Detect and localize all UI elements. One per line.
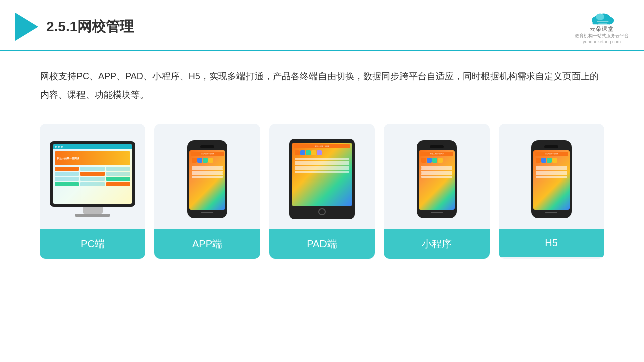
tablet-row bbox=[295, 171, 349, 173]
screen-header-text-mini: 职达人的第一堂网课 bbox=[430, 153, 444, 155]
screen-row-h5 bbox=[536, 173, 567, 175]
screen-icon bbox=[197, 158, 202, 163]
phone-notch bbox=[200, 145, 214, 148]
monitor-banner: 职达人的第一堂网课 bbox=[55, 151, 130, 165]
screen-icon-mini bbox=[427, 158, 432, 163]
card-pc-label: PC端 bbox=[40, 229, 145, 259]
monitor-stand bbox=[83, 207, 103, 214]
screen-row-mini bbox=[421, 176, 452, 178]
monitor-cell bbox=[80, 177, 105, 181]
screen-icon bbox=[208, 158, 213, 163]
screen-icon-h5 bbox=[552, 158, 557, 163]
screen-content-mini: 职达人的第一堂网课 bbox=[419, 150, 455, 210]
tablet-screen-content: 职达人的第一堂网课 bbox=[292, 143, 352, 206]
card-mini-label: 小程序 bbox=[384, 229, 490, 259]
monitor-screen: 职达人的第一堂网课 bbox=[53, 144, 132, 204]
monitor-dot bbox=[58, 146, 60, 148]
screen-icon-h5 bbox=[541, 158, 546, 163]
screen-icon bbox=[203, 158, 208, 163]
card-mini-image: 职达人的第一堂网课 bbox=[384, 124, 490, 229]
screen-header-h5: 职达人的第一堂网课 bbox=[535, 152, 568, 156]
screen-icon-h5 bbox=[547, 158, 552, 163]
tablet-icon bbox=[300, 150, 305, 155]
card-mini: 职达人的第一堂网课 bbox=[384, 124, 490, 259]
monitor-cols bbox=[55, 167, 130, 202]
phone-home-bar bbox=[201, 212, 213, 213]
screen-icon bbox=[192, 158, 197, 163]
phone-screen-h5: 职达人的第一堂网课 bbox=[533, 150, 570, 210]
monitor-cell bbox=[80, 167, 105, 171]
monitor-cell bbox=[55, 182, 79, 186]
screen-icon-mini bbox=[421, 158, 426, 163]
screen-row-h5 bbox=[536, 171, 567, 173]
device-tablet: 职达人的第一堂网课 bbox=[289, 139, 355, 219]
tablet-header-text: 职达人的第一堂网课 bbox=[315, 145, 329, 147]
tablet-rows bbox=[294, 157, 350, 174]
screen-row-mini bbox=[421, 171, 452, 173]
monitor-banner-text: 职达人的第一堂网课 bbox=[57, 157, 79, 160]
phone-notch-h5 bbox=[544, 145, 558, 148]
screen-row-h5 bbox=[536, 168, 567, 170]
monitor-cell bbox=[80, 172, 105, 176]
tablet-home-button bbox=[318, 208, 326, 215]
monitor-cell bbox=[106, 177, 130, 181]
monitor-cell bbox=[55, 172, 79, 176]
monitor-content: 职达人的第一堂网课 bbox=[53, 149, 132, 204]
screen-row-mini bbox=[421, 173, 452, 175]
screen-row-h5 bbox=[536, 166, 567, 168]
svg-point-4 bbox=[596, 14, 604, 20]
screen-header-text-h5: 职达人的第一堂网课 bbox=[545, 153, 558, 155]
screen-rows bbox=[191, 165, 224, 179]
tablet-header: 职达人的第一堂网课 bbox=[294, 144, 350, 148]
monitor-dot bbox=[55, 146, 57, 148]
phone-home-bar-mini bbox=[431, 212, 443, 213]
screen-icons-h5 bbox=[535, 157, 568, 164]
device-pc: 职达人的第一堂网课 bbox=[50, 141, 135, 217]
tablet-row bbox=[295, 166, 349, 168]
phone-screen: 职达人的第一堂网课 bbox=[189, 150, 225, 210]
monitor-cell bbox=[80, 182, 105, 186]
card-h5: 职达人的第一堂网课 bbox=[499, 124, 604, 259]
tablet-row bbox=[295, 163, 349, 165]
screen-rows-h5 bbox=[535, 165, 568, 179]
header-right: 云朵课堂 教育机构一站式服务云平台 yunduoketang.com bbox=[575, 9, 629, 44]
tablet-screen: 职达人的第一堂网课 bbox=[292, 143, 352, 206]
monitor-col bbox=[106, 167, 130, 202]
tablet-row bbox=[295, 161, 349, 163]
monitor-cell bbox=[55, 167, 79, 171]
tablet-row bbox=[295, 168, 349, 170]
tablet-icon bbox=[311, 150, 316, 155]
screen-row-mini bbox=[421, 166, 452, 168]
screen-icon-mini bbox=[432, 158, 437, 163]
cloud-logo-icon bbox=[589, 9, 614, 25]
screen-row-h5 bbox=[536, 176, 567, 178]
description-content: 网校支持PC、APP、PAD、小程序、H5，实现多端打通，产品各终端自由切换，数… bbox=[40, 71, 599, 100]
brand-logo: 云朵课堂 教育机构一站式服务云平台 yunduoketang.com bbox=[575, 9, 629, 44]
screen-header-text: 职达人的第一堂网课 bbox=[201, 153, 214, 155]
card-pad-label: PAD端 bbox=[269, 229, 375, 259]
monitor-frame: 职达人的第一堂网课 bbox=[50, 141, 135, 207]
monitor-dot bbox=[61, 146, 63, 148]
device-phone-h5: 职达人的第一堂网课 bbox=[531, 140, 572, 218]
monitor-cell bbox=[106, 172, 130, 176]
screen-content: 职达人的第一堂网课 bbox=[189, 150, 225, 210]
monitor-topbar bbox=[53, 144, 132, 149]
screen-header: 职达人的第一堂网课 bbox=[191, 152, 224, 156]
card-pad-image: 职达人的第一堂网课 bbox=[269, 124, 375, 229]
card-pc-image: 职达人的第一堂网课 bbox=[40, 124, 145, 229]
screen-icons-mini bbox=[420, 157, 453, 164]
card-pad: 职达人的第一堂网课 bbox=[269, 124, 375, 259]
header-left: 2.5.1网校管理 bbox=[15, 13, 134, 41]
screen-rows-mini bbox=[420, 165, 453, 179]
screen-icons bbox=[191, 157, 224, 164]
screen-row bbox=[192, 176, 223, 178]
description-text: 网校支持PC、APP、PAD、小程序、H5，实现多端打通，产品各终端自由切换，数… bbox=[0, 51, 644, 114]
brand-tagline: 教育机构一站式服务云平台 bbox=[575, 33, 629, 39]
monitor-col bbox=[55, 167, 79, 202]
page-header: 2.5.1网校管理 云朵课堂 教育机构一站式服务云平台 yunduoketang… bbox=[0, 0, 644, 51]
phone-home-bar-h5 bbox=[545, 212, 557, 213]
card-h5-label: H5 bbox=[499, 229, 604, 257]
tablet-icon bbox=[295, 150, 300, 155]
card-pc: 职达人的第一堂网课 bbox=[40, 124, 145, 259]
cards-section: 职达人的第一堂网课 bbox=[0, 114, 644, 259]
